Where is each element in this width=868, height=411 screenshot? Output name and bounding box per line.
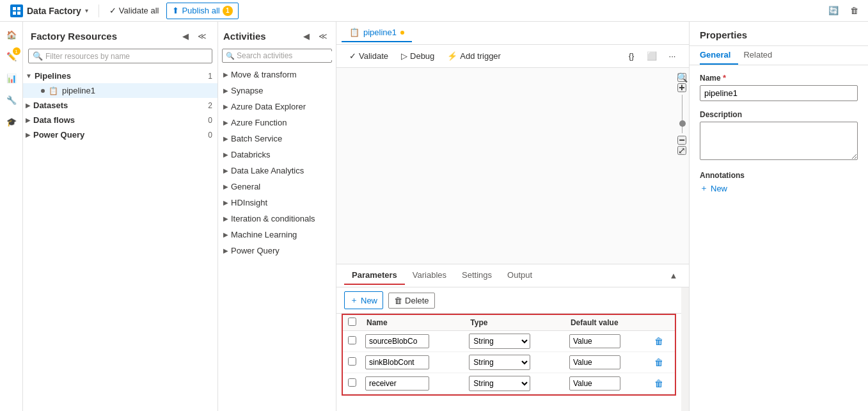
svg-rect-0 <box>13 7 16 10</box>
sidebar-home[interactable]: 🏠 <box>1 24 22 45</box>
row-default-input-2[interactable] <box>569 376 620 391</box>
svg-rect-2 <box>13 12 16 15</box>
name-input[interactable] <box>700 85 858 101</box>
activities-title: Activities <box>223 31 266 42</box>
activity-item-7[interactable]: ▶General <box>218 179 336 195</box>
activity-item-5[interactable]: ▶Databricks <box>218 147 336 163</box>
row-checkbox-0[interactable] <box>348 336 356 344</box>
activity-label-10: Machine Learning <box>231 230 297 239</box>
activity-item-1[interactable]: ▶Synapse <box>218 83 336 99</box>
activity-label-9: Iteration & conditionals <box>231 214 315 223</box>
tab-output[interactable]: Output <box>500 266 540 285</box>
canvas-tabs: 📋 pipeline1 <box>336 22 689 45</box>
sidebar-monitor[interactable]: 📊 <box>1 68 22 88</box>
activity-item-2[interactable]: ▶Azure Data Explorer <box>218 99 336 115</box>
add-trigger-label: Add trigger <box>460 51 501 61</box>
dataflows-count: 0 <box>208 116 212 125</box>
col-name: Name <box>361 315 465 331</box>
sidebar-edit[interactable]: ✏️ 1 <box>1 46 22 67</box>
row-delete-cell-2: 🗑 <box>651 373 675 394</box>
row-name-input-2[interactable] <box>365 376 429 391</box>
add-annotation-button[interactable]: ＋ New <box>700 182 727 194</box>
collapse-panel-button[interactable]: ◀ <box>178 28 193 44</box>
fit-view-button[interactable]: ⤢ <box>677 146 686 155</box>
row-default-input-0[interactable] <box>569 334 620 348</box>
activities-collapse-button[interactable]: ◀ <box>299 28 314 44</box>
properties-panel: Properties General Related Name * Descri… <box>689 22 868 411</box>
powerquery-section[interactable]: ▶ Power Query 0 <box>23 127 217 142</box>
row-checkbox-2[interactable] <box>348 378 356 387</box>
tab-settings[interactable]: Settings <box>454 266 500 285</box>
row-type-select-0[interactable]: StringIntFloatBoolArrayObjectSecureStrin… <box>469 334 530 349</box>
activity-chevron-2: ▶ <box>223 103 228 110</box>
sidebar-learn[interactable]: 🎓 <box>1 111 22 132</box>
activity-item-3[interactable]: ▶Azure Function <box>218 115 336 131</box>
row-name-cell-1 <box>361 352 465 373</box>
canvas-drawing-area[interactable]: 🔍 + − ⤢ <box>336 68 689 264</box>
row-type-select-1[interactable]: StringIntFloatBoolArrayObjectSecureStrin… <box>469 355 530 370</box>
activity-item-11[interactable]: ▶Power Query <box>218 243 336 259</box>
publish-all-button[interactable]: ⬆ Publish all 1 <box>166 3 238 19</box>
code-view-button[interactable]: {} <box>622 47 640 65</box>
tab-variables[interactable]: Variables <box>405 266 454 285</box>
validate-all-button[interactable]: ✓ Validate all <box>104 3 164 18</box>
filter-resources-input[interactable] <box>45 52 208 61</box>
row-delete-button-1[interactable]: 🗑 <box>654 357 663 367</box>
trash-button[interactable]: 🗑 <box>845 2 863 20</box>
activities-close-button[interactable]: ≪ <box>315 28 331 44</box>
zoom-search-button[interactable]: 🔍 <box>677 73 686 82</box>
datasets-section[interactable]: ▶ Datasets 2 <box>23 98 217 113</box>
activity-item-6[interactable]: ▶Data Lake Analytics <box>218 163 336 179</box>
new-param-button[interactable]: ＋ New <box>344 291 383 309</box>
row-name-input-1[interactable] <box>365 355 429 369</box>
select-all-checkbox[interactable] <box>348 318 356 326</box>
description-textarea[interactable] <box>700 122 858 160</box>
zoom-out-button[interactable]: − <box>677 136 686 145</box>
refresh-button[interactable]: 🔄 <box>825 2 842 20</box>
debug-button[interactable]: ▷ Debug <box>396 49 439 63</box>
zoom-in-button[interactable]: + <box>677 83 686 92</box>
props-tab-related[interactable]: Related <box>743 46 780 65</box>
activity-item-10[interactable]: ▶Machine Learning <box>218 227 336 243</box>
split-view-button[interactable]: ⬜ <box>643 47 661 65</box>
properties-title: Properties <box>690 22 868 46</box>
zoom-slider-thumb[interactable] <box>679 120 686 127</box>
activity-item-9[interactable]: ▶Iteration & conditionals <box>218 211 336 227</box>
activity-label-2: Azure Data Explorer <box>231 102 306 111</box>
pipeline1-label: pipeline1 <box>62 86 95 95</box>
pipeline-icon: 📋 <box>49 86 58 95</box>
delete-param-button[interactable]: 🗑 Delete <box>388 293 435 309</box>
row-name-input-0[interactable] <box>365 334 429 348</box>
tab-parameters[interactable]: Parameters <box>344 266 405 285</box>
dataflows-section[interactable]: ▶ Data flows 0 <box>23 113 217 127</box>
validate-button[interactable]: ✓ Validate <box>344 49 393 63</box>
row-type-cell-0: StringIntFloatBoolArrayObjectSecureStrin… <box>465 331 565 352</box>
bottom-scrollbar[interactable] <box>681 287 689 411</box>
collapse-bottom-button[interactable]: ▲ <box>666 268 681 284</box>
row-delete-button-2[interactable]: 🗑 <box>654 378 663 389</box>
activities-search-input[interactable] <box>237 51 333 60</box>
sidebar-manage[interactable]: 🔧 <box>1 90 22 110</box>
activities-panel: Activities ◀ ≪ 🔍 ▶Move & transform▶Synap… <box>218 22 336 411</box>
trigger-icon: ⚡ <box>447 51 457 61</box>
activity-item-4[interactable]: ▶Batch Service <box>218 131 336 147</box>
pipeline1-item[interactable]: 📋 pipeline1 <box>23 83 217 98</box>
row-delete-button-0[interactable]: 🗑 <box>654 336 663 346</box>
validate-label: Validate <box>359 51 388 61</box>
add-trigger-button[interactable]: ⚡ Add trigger <box>442 49 506 63</box>
more-options-button[interactable]: ··· <box>663 47 681 65</box>
canvas-tab-pipeline1[interactable]: 📋 pipeline1 <box>342 24 412 42</box>
row-checkbox-1[interactable] <box>348 357 356 366</box>
activity-chevron-9: ▶ <box>223 215 228 222</box>
activity-chevron-11: ▶ <box>223 247 228 254</box>
props-tab-general[interactable]: General <box>700 46 738 65</box>
activity-item-0[interactable]: ▶Move & transform <box>218 67 336 83</box>
pipelines-section[interactable]: ▼ Pipelines 1 <box>23 68 217 83</box>
activity-item-8[interactable]: ▶HDInsight <box>218 195 336 211</box>
top-bar: Data Factory ▾ ✓ Validate all ⬆ Publish … <box>0 0 868 22</box>
col-actions <box>651 315 675 331</box>
activity-label-1: Synapse <box>231 86 264 95</box>
collapse-all-button[interactable]: ≪ <box>194 28 210 44</box>
row-type-select-2[interactable]: StringIntFloatBoolArrayObjectSecureStrin… <box>469 376 530 391</box>
row-default-input-1[interactable] <box>569 355 620 369</box>
